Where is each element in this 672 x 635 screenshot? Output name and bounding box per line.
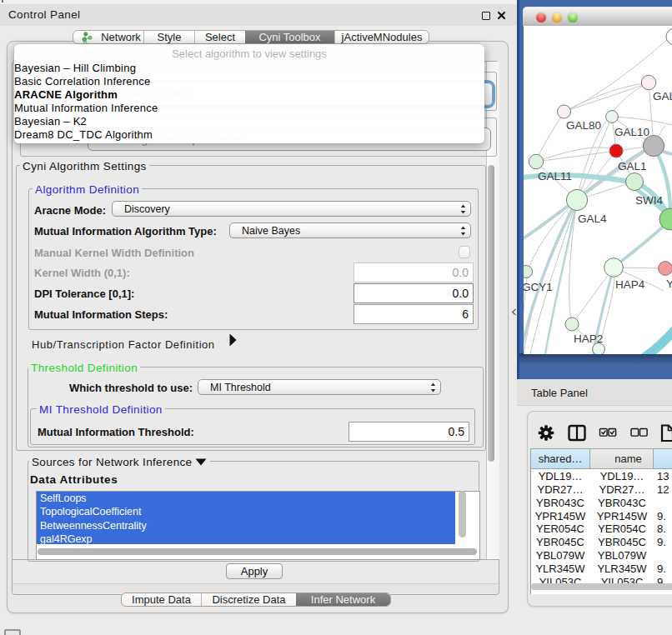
svg-text:GAL: GAL	[653, 90, 672, 102]
svg-text:GCY1: GCY1	[524, 281, 553, 293]
svg-text:GAL4: GAL4	[578, 212, 607, 225]
svg-text:GAL10: GAL10	[614, 126, 649, 138]
svg-text:HAP4: HAP4	[615, 278, 645, 291]
svg-text:GAL1: GAL1	[618, 160, 647, 172]
svg-text:Y: Y	[666, 278, 672, 290]
svg-text:HAP2: HAP2	[574, 332, 603, 345]
svg-text:SWI4: SWI4	[635, 194, 663, 207]
svg-text:GAL80: GAL80	[566, 119, 601, 132]
svg-text:GAL11: GAL11	[538, 170, 572, 182]
